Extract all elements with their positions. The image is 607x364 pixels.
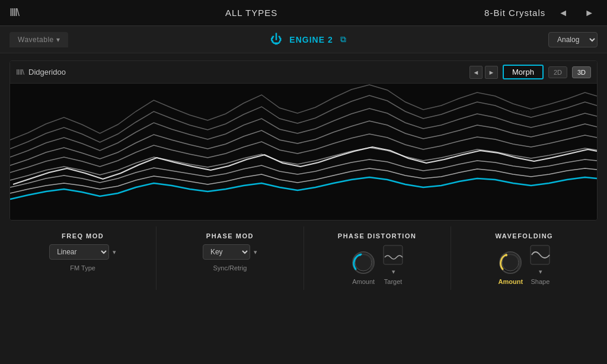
wavefolding-shape-label: Shape — [531, 278, 550, 285]
waveform-section: IIII\ Didgeridoo ◄ ► Morph 2D 3D — [9, 60, 598, 221]
waveform-logo-icon: IIII\ — [16, 68, 24, 76]
next-preset-button[interactable]: ► — [581, 5, 598, 21]
tab-label: Wavetable — [18, 36, 54, 44]
main-content: IIII\ Didgeridoo ◄ ► Morph 2D 3D — [0, 53, 607, 297]
freq-mod-section: FREQ MOD Linear Exponential Sine ▾ FM Ty… — [9, 226, 156, 290]
wavefolding-knob-svg — [497, 250, 523, 276]
waveform-next-button[interactable]: ► — [485, 66, 498, 79]
phase-distortion-title: PHASE DISTORTION — [338, 232, 417, 240]
app-logo: IIII\ — [9, 7, 18, 19]
waveform-display — [10, 84, 597, 220]
phase-mod-dropdown-icon: ▾ — [254, 248, 257, 256]
power-button[interactable]: ⏻ — [270, 33, 282, 46]
top-bar-right: 8-Bit Crystals ◄ ► — [484, 5, 598, 21]
bottom-controls: FREQ MOD Linear Exponential Sine ▾ FM Ty… — [9, 226, 598, 290]
wavefolding-shape[interactable]: ▾ Shape — [529, 244, 551, 285]
phase-mod-label: Sync/Retrig — [213, 264, 247, 272]
phase-distortion-section: PHASE DISTORTION Amount — [304, 226, 451, 290]
prev-preset-button[interactable]: ◄ — [555, 5, 571, 21]
freq-mod-label: FM Type — [70, 264, 95, 272]
phase-mod-row: Key Velocity Off ▾ — [203, 244, 257, 260]
morph-button[interactable]: Morph — [503, 65, 544, 79]
shape-dropdown-icon: ▾ — [539, 268, 542, 276]
preset-name: 8-Bit Crystals — [484, 8, 545, 18]
wavefolding-amount-knob[interactable]: Amount — [497, 250, 523, 285]
waveform-prev-button[interactable]: ◄ — [469, 66, 483, 79]
phase-distortion-target-label: Target — [384, 278, 402, 285]
wavefolding-row: Amount ▾ Shape — [497, 244, 551, 285]
phase-mod-section: PHASE MOD Key Velocity Off ▾ Sync/Retrig — [156, 226, 304, 290]
freq-mod-select[interactable]: Linear Exponential Sine — [49, 244, 109, 260]
waveform-header: IIII\ Didgeridoo ◄ ► Morph 2D 3D — [10, 61, 597, 84]
engine-type-select[interactable]: Analog Digital Vintage — [548, 32, 598, 47]
engine-bar: Wavetable ▾ ⏻ ENGINE 2 ⧉ Analog Digital … — [0, 26, 607, 53]
freq-mod-dropdown-icon: ▾ — [113, 248, 116, 256]
copy-engine-button[interactable]: ⧉ — [340, 34, 346, 44]
view-2d-button[interactable]: 2D — [548, 66, 567, 78]
wavetable-tab[interactable]: Wavetable ▾ — [9, 32, 68, 47]
category-title: ALL TYPES — [225, 8, 277, 18]
waveform-name: Didgeridoo — [28, 68, 465, 76]
wavefolding-amount-label: Amount — [499, 278, 523, 285]
phase-distortion-amount-label: Amount — [352, 278, 375, 285]
svg-point-6 — [505, 254, 507, 257]
phase-mod-select[interactable]: Key Velocity Off — [203, 244, 250, 260]
phase-mod-title: PHASE MOD — [206, 232, 254, 240]
freq-mod-row: Linear Exponential Sine ▾ — [49, 244, 116, 260]
svg-rect-3 — [384, 245, 402, 264]
top-bar: IIII\ ALL TYPES 8-Bit Crystals ◄ ► — [0, 0, 607, 26]
shape-icon — [529, 244, 551, 266]
target-icon — [382, 244, 404, 266]
phase-distortion-row: Amount ▾ Target — [350, 244, 404, 285]
phase-distortion-target[interactable]: ▾ Target — [382, 244, 404, 285]
engine-label: ENGINE 2 — [289, 35, 333, 44]
wavefolding-section: WAVEFOLDING Amount — [451, 226, 598, 290]
waveform-svg — [10, 84, 597, 220]
waveform-nav: ◄ ► — [469, 66, 498, 79]
svg-point-2 — [359, 254, 361, 256]
freq-mod-title: FREQ MOD — [62, 232, 104, 240]
target-dropdown-icon: ▾ — [392, 268, 395, 276]
top-bar-left: IIII\ — [9, 7, 18, 19]
view-3d-button[interactable]: 3D — [572, 66, 591, 78]
amount-knob-svg — [350, 250, 376, 276]
wavefolding-title: WAVEFOLDING — [496, 232, 554, 240]
phase-distortion-amount-knob[interactable]: Amount — [350, 250, 376, 285]
